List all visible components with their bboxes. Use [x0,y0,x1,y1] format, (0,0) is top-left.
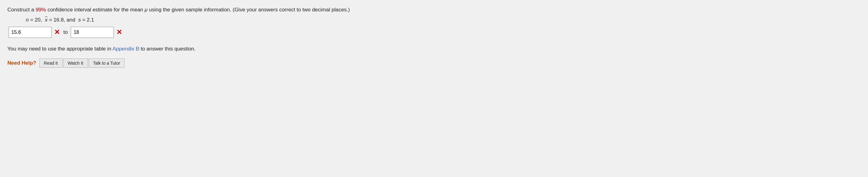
n-label: n [26,17,29,23]
lower-bound-input[interactable] [9,27,52,38]
s-label: s [78,17,81,23]
intro-prefix: Construct a [7,7,36,12]
lower-x-mark: ✕ [54,28,60,36]
appendix-suffix: to answer this question. [139,46,195,52]
s-value: 2.1 [87,17,94,23]
confidence-level: 99% [36,7,46,12]
upper-bound-input[interactable] [71,27,114,38]
need-help-row: Need Help? Read It Watch It Talk to a Tu… [7,58,530,68]
appendix-line: You may need to use the appropriate tabl… [7,45,530,53]
x-value: 16.8 [54,17,64,23]
appendix-prefix: You may need to use the appropriate tabl… [7,46,113,52]
intro-rest: using the given sample information. (Giv… [147,7,350,12]
question-text: Construct a 99% confidence interval esti… [7,5,530,14]
talk-to-tutor-button[interactable]: Talk to a Tutor [89,58,125,68]
to-label: to [63,29,68,35]
appendix-link[interactable]: Appendix B [113,46,140,52]
params-line: n = 20, x = 16.8, and s = 2.1 [26,17,530,23]
x-label: x [45,17,48,23]
answer-row: ✕ to ✕ [9,27,530,38]
intro-suffix: confidence interval estimate for the mea… [46,7,145,12]
main-content: Construct a 99% confidence interval esti… [7,5,530,68]
watch-it-button[interactable]: Watch It [63,58,88,68]
upper-x-mark: ✕ [116,28,122,36]
n-value: 20 [35,17,41,23]
read-it-button[interactable]: Read It [39,58,62,68]
need-help-label: Need Help? [7,60,36,66]
mu-symbol: μ [145,7,147,12]
